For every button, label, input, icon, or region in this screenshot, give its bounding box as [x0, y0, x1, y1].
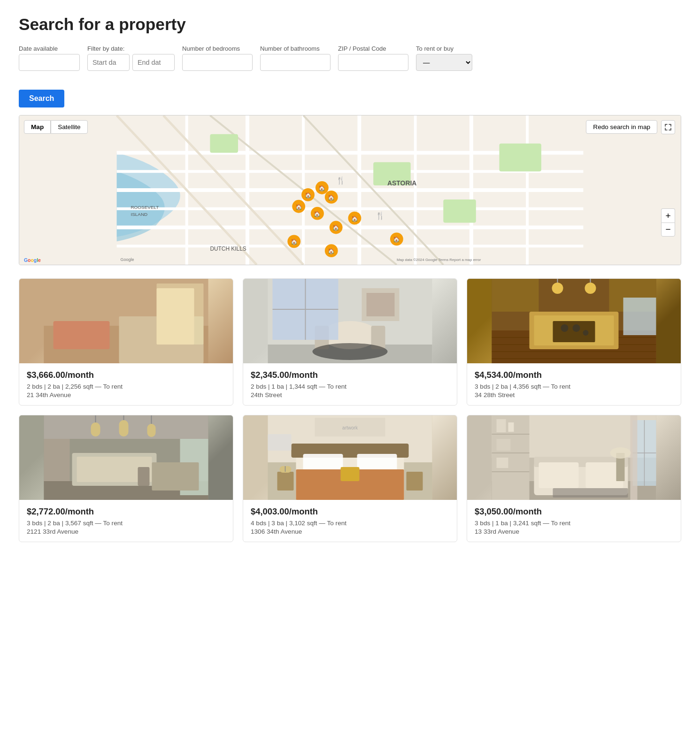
svg-text:🏠: 🏠	[314, 210, 321, 217]
property-card-2[interactable]: $2,345.00/month 2 bds | 1 ba | 1,344 sqf…	[243, 278, 457, 406]
property-card-4[interactable]: $2,772.00/month 3 bds | 2 ba | 3,567 sqf…	[19, 415, 233, 542]
svg-text:🏠: 🏠	[393, 236, 400, 243]
svg-text:🏠: 🏠	[295, 203, 302, 210]
bathrooms-input[interactable]	[260, 54, 331, 71]
bathrooms-group: Number of bathrooms	[260, 45, 331, 71]
property-details-6: 3 bds | 1 ba | 3,241 sqft — To rent	[475, 520, 673, 527]
svg-rect-77	[492, 279, 539, 312]
svg-rect-115	[277, 472, 294, 490]
property-price-6: $3,050.00/month	[475, 506, 673, 517]
rent-buy-select[interactable]: — To rent To buy	[416, 54, 472, 71]
map-expand-button[interactable]	[661, 120, 675, 134]
property-info-6: $3,050.00/month 3 bds | 1 ba | 3,241 sqf…	[467, 500, 681, 542]
property-img-svg-1	[19, 279, 233, 363]
property-details-4: 3 bds | 2 ba | 3,567 sqft — To rent	[27, 520, 225, 527]
filters-bar: Date available Filter by date: Number of…	[19, 45, 681, 71]
svg-rect-67	[367, 293, 395, 316]
zip-label: ZIP / Postal Code	[338, 45, 408, 52]
redo-search-button[interactable]: Redo search in map	[586, 120, 657, 134]
property-price-2: $2,345.00/month	[251, 370, 449, 380]
search-button[interactable]: Search	[19, 90, 64, 107]
svg-rect-18	[210, 134, 238, 153]
svg-rect-132	[539, 462, 579, 488]
property-address-4: 2121 33rd Avenue	[27, 528, 225, 535]
map-tab-satellite[interactable]: Satellite	[51, 120, 87, 134]
svg-rect-100	[152, 462, 199, 490]
svg-text:🏠: 🏠	[351, 215, 358, 222]
svg-text:ASTORIA: ASTORIA	[387, 179, 416, 187]
property-card-6[interactable]: $3,050.00/month 3 bds | 1 ba | 3,241 sqf…	[467, 415, 681, 542]
svg-text:🏠: 🏠	[318, 184, 325, 192]
svg-rect-111	[341, 467, 360, 481]
property-card-1[interactable]: $3,666.00/month 2 bds | 2 ba | 2,256 sqf…	[19, 278, 233, 406]
map-background[interactable]: ASTORIA ROOSEVELT ISLAND DUTCH KILLS 🏠 🏠	[19, 115, 681, 265]
zoom-out-button[interactable]: −	[661, 222, 675, 237]
property-image-2	[243, 279, 457, 363]
svg-rect-126	[497, 419, 506, 432]
svg-rect-128	[497, 439, 511, 451]
svg-text:ISLAND: ISLAND	[131, 212, 147, 217]
date-range-group: Filter by date:	[87, 45, 175, 71]
property-image-5: artwork	[243, 415, 457, 500]
svg-text:🏠: 🏠	[328, 194, 335, 201]
map-tab-map[interactable]: Map	[24, 120, 51, 134]
property-price-4: $2,772.00/month	[27, 506, 225, 517]
property-card-3[interactable]: $4,534.00/month 3 bds | 2 ba | 4,356 sqf…	[467, 278, 681, 406]
property-img-svg-3	[467, 279, 681, 363]
svg-rect-57	[157, 284, 204, 345]
property-card-5[interactable]: artwork $4,003.00/month 4 bds | 3 ba | 3…	[243, 415, 457, 542]
bathrooms-label: Number of bathrooms	[260, 45, 331, 52]
svg-rect-138	[631, 415, 638, 500]
zoom-in-button[interactable]: +	[661, 208, 675, 222]
property-details-3: 3 bds | 2 ba | 4,356 sqft — To rent	[475, 383, 673, 390]
svg-point-85	[561, 324, 569, 332]
svg-rect-134	[553, 488, 628, 498]
property-details-1: 2 bds | 2 ba | 2,256 sqft — To rent	[27, 383, 225, 390]
end-date-input[interactable]	[132, 54, 175, 71]
svg-text:🏠: 🏠	[328, 247, 335, 254]
rent-buy-group: To rent or buy — To rent To buy	[416, 45, 472, 71]
zip-group: ZIP / Postal Code	[338, 45, 408, 71]
svg-rect-129	[497, 458, 508, 468]
expand-icon	[665, 124, 671, 130]
property-details-2: 2 bds | 1 ba | 1,344 sqft — To rent	[251, 383, 449, 390]
google-logo: G	[24, 258, 28, 263]
property-address-6: 13 33rd Avenue	[475, 528, 673, 535]
svg-text:🍴: 🍴	[336, 176, 346, 185]
svg-point-68	[313, 343, 388, 360]
map-attribution: Google	[24, 258, 41, 263]
date-available-input[interactable]	[19, 54, 80, 71]
page-title: Search for a property	[19, 15, 681, 34]
svg-text:🍴: 🍴	[376, 211, 385, 220]
svg-rect-94	[119, 420, 129, 437]
property-price-3: $4,534.00/month	[475, 370, 673, 380]
svg-text:Google: Google	[121, 257, 134, 262]
date-available-group: Date available	[19, 45, 80, 71]
property-info-3: $4,534.00/month 3 bds | 2 ba | 4,356 sqf…	[467, 363, 681, 405]
property-address-1: 21 34th Avenue	[27, 391, 225, 398]
property-address-3: 34 28th Street	[475, 391, 673, 398]
bedrooms-input[interactable]	[182, 54, 253, 71]
property-image-3	[467, 279, 681, 363]
svg-point-140	[610, 447, 631, 459]
map-svg: ASTORIA ROOSEVELT ISLAND DUTCH KILLS 🏠 🏠	[19, 115, 681, 265]
property-price-5: $4,003.00/month	[251, 506, 449, 517]
svg-text:ROOSEVELT: ROOSEVELT	[131, 205, 159, 210]
svg-rect-127	[508, 422, 514, 432]
svg-point-87	[583, 330, 589, 336]
svg-rect-112	[268, 434, 292, 451]
svg-rect-116	[407, 472, 423, 490]
svg-point-79	[552, 283, 563, 294]
map-zoom-controls: + −	[661, 208, 675, 237]
svg-rect-93	[91, 422, 100, 437]
svg-rect-84	[553, 321, 595, 342]
start-date-input[interactable]	[87, 54, 130, 71]
map-container: Map Satellite Redo search in map	[19, 115, 681, 265]
svg-rect-95	[147, 424, 156, 437]
property-image-1	[19, 279, 233, 363]
svg-rect-101	[138, 467, 150, 486]
svg-rect-83	[623, 298, 656, 335]
rent-buy-label: To rent or buy	[416, 45, 472, 52]
zip-input[interactable]	[338, 54, 408, 71]
svg-text:Map data ©2024 Google  Terms  : Map data ©2024 Google Terms Report a map…	[397, 258, 481, 262]
